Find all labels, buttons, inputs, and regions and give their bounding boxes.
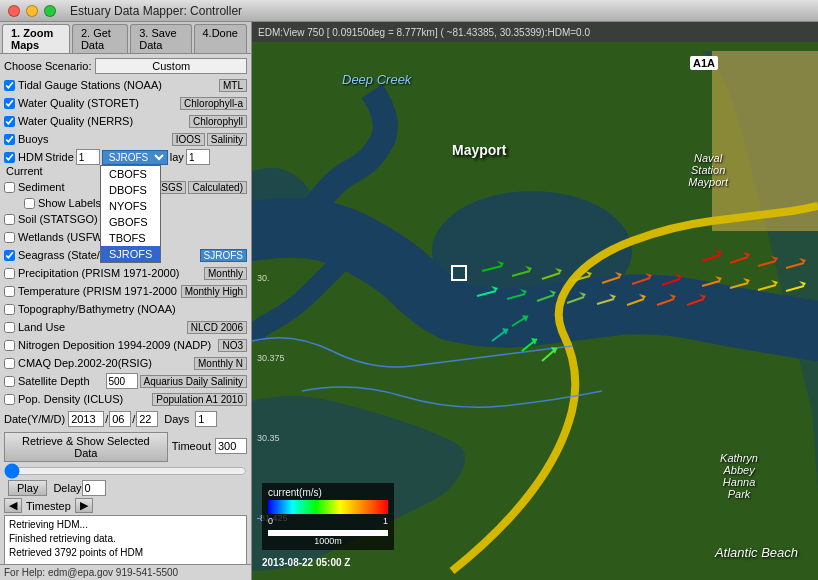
- legend-labels: 0 1: [268, 516, 388, 526]
- date-row: Date(Y/M/D) / / Days: [4, 411, 247, 427]
- days-label: Days: [164, 413, 189, 425]
- tab-bar: 1. Zoom Maps 2. Get Data 3. Save Data 4.…: [0, 22, 251, 54]
- wq-storet-label: Water Quality (STORET): [18, 97, 178, 109]
- hdm-stride-input[interactable]: [76, 149, 100, 165]
- scenario-value: Custom: [95, 58, 247, 74]
- tab-save[interactable]: 3. Save Data: [130, 24, 191, 53]
- nitrogen-checkbox[interactable]: [4, 340, 15, 351]
- temp-row: Temperature (PRISM 1971-2000 Monthly Hig…: [4, 283, 247, 299]
- date-day-input[interactable]: [136, 411, 158, 427]
- cmaq-label: CMAQ Dep.2002-20(RSIG): [18, 357, 192, 369]
- tab-zoom[interactable]: 1. Zoom Maps: [2, 24, 70, 53]
- dropdown-item-nyofs[interactable]: NYOFS: [101, 198, 160, 214]
- legend: current(m/s) 0 1 1000m: [262, 483, 394, 550]
- timeout-label: Timeout: [172, 440, 211, 452]
- topo-label: Topography/Bathymetry (NOAA): [18, 303, 247, 315]
- hdm-checkbox[interactable]: [4, 152, 15, 163]
- timestep-label: Timestep: [26, 500, 71, 512]
- days-input[interactable]: [195, 411, 217, 427]
- hdm-lay-input[interactable]: [186, 149, 210, 165]
- precip-checkbox[interactable]: [4, 268, 15, 279]
- naval-station-label: Naval Station Mayport: [688, 152, 728, 188]
- tidal-gauge-checkbox[interactable]: [4, 80, 15, 91]
- wq-nerrs-checkbox[interactable]: [4, 116, 15, 127]
- wq-nerrs-label: Water Quality (NERRS): [18, 115, 187, 127]
- delay-input[interactable]: [82, 480, 106, 496]
- tab-data[interactable]: 2. Get Data: [72, 24, 128, 53]
- buoys-badge-ioos: IOOS: [172, 133, 205, 146]
- landuse-checkbox[interactable]: [4, 322, 15, 333]
- soil-checkbox[interactable]: [4, 214, 15, 225]
- dropdown-item-gbofs[interactable]: GBOFS: [101, 214, 160, 230]
- timestep-next-button[interactable]: ▶: [75, 498, 93, 513]
- satellite-checkbox[interactable]: [4, 376, 15, 387]
- slider-container: [4, 465, 247, 477]
- sediment-checkbox[interactable]: [4, 182, 15, 193]
- tidal-gauge-row: Tidal Gauge Stations (NOAA) MTL: [4, 77, 247, 93]
- satellite-val-input[interactable]: [106, 373, 138, 389]
- cmaq-badge: Monthly N: [194, 357, 247, 370]
- seagrass-badge: SJROFS: [200, 249, 247, 262]
- wq-storet-checkbox[interactable]: [4, 98, 15, 109]
- tab-done[interactable]: 4.Done: [194, 24, 247, 53]
- title-bar: Estuary Data Mapper: Controller: [0, 0, 818, 22]
- log-line-0: Retrieving HDM...: [9, 518, 242, 532]
- nitrogen-badge: NO3: [218, 339, 247, 352]
- close-button[interactable]: [8, 5, 20, 17]
- wq-nerrs-badge: Chlorophyll: [189, 115, 247, 128]
- tidal-gauge-badge: MTL: [219, 79, 247, 92]
- wetlands-checkbox[interactable]: [4, 232, 15, 243]
- maximize-button[interactable]: [44, 5, 56, 17]
- legend-min: 0: [268, 516, 273, 526]
- minimize-button[interactable]: [26, 5, 38, 17]
- play-button[interactable]: Play: [8, 480, 47, 496]
- cmaq-checkbox[interactable]: [4, 358, 15, 369]
- timestamp: 2013-08-22 05:00 Z: [262, 557, 350, 568]
- hdm-source-select[interactable]: SJROFS: [102, 150, 168, 165]
- dropdown-item-tbofs[interactable]: TBOFS: [101, 230, 160, 246]
- buoys-row: Buoys IOOS Salinity: [4, 131, 247, 147]
- hdm-stride-label: Stride: [45, 151, 74, 163]
- timeout-input[interactable]: [215, 438, 247, 454]
- temp-checkbox[interactable]: [4, 286, 15, 297]
- wq-storet-row: Water Quality (STORET) Chlorophyll-a: [4, 95, 247, 111]
- date-month-input[interactable]: [109, 411, 131, 427]
- mayport-label: Mayport: [452, 142, 506, 158]
- dropdown-item-cbofs[interactable]: CBOFS: [101, 166, 160, 182]
- landuse-row: Land Use NLCD 2006: [4, 319, 247, 335]
- show-labels-checkbox[interactable]: [24, 198, 35, 209]
- playback-row: Play Delay: [4, 480, 247, 496]
- buoys-checkbox[interactable]: [4, 134, 15, 145]
- deep-creek-label: Deep Creek: [342, 72, 411, 87]
- map-toolbar: EDM:View 750 [ 0.09150deg = 8.777km] ( ~…: [252, 22, 818, 42]
- satellite-badge: Aquarius Daily Salinity: [140, 375, 248, 388]
- pop-density-checkbox[interactable]: [4, 394, 15, 405]
- pop-density-row: Pop. Density (ICLUS) Population A1 2010: [4, 391, 247, 407]
- help-text: For Help: edm@epa.gov 919-541-5500: [4, 567, 178, 578]
- buoys-label: Buoys: [18, 133, 170, 145]
- date-year-input[interactable]: [68, 411, 104, 427]
- timestep-prev-button[interactable]: ◀: [4, 498, 22, 513]
- hdm-current-label: Current: [6, 165, 43, 177]
- map-area[interactable]: EDM:View 750 [ 0.09150deg = 8.777km] ( ~…: [252, 22, 818, 580]
- seagrass-checkbox[interactable]: [4, 250, 15, 261]
- wq-nerrs-row: Water Quality (NERRS) Chlorophyll: [4, 113, 247, 129]
- svg-text:30.375: 30.375: [257, 353, 285, 363]
- dropdown-item-dbofs[interactable]: DBOFS: [101, 182, 160, 198]
- precip-label: Precipitation (PRISM 1971-2000): [18, 267, 202, 279]
- retrieve-button[interactable]: Retrieve & Show Selected Data: [4, 432, 168, 462]
- topo-checkbox[interactable]: [4, 304, 15, 315]
- help-bar: For Help: edm@epa.gov 919-541-5500: [0, 564, 251, 580]
- playback-slider[interactable]: [4, 465, 247, 477]
- kathryn-label: Kathryn Abbey Hanna Park: [720, 452, 758, 500]
- temp-label: Temperature (PRISM 1971-2000: [18, 285, 179, 297]
- log-line-1: Finished retrieving data.: [9, 532, 242, 546]
- left-panel: 1. Zoom Maps 2. Get Data 3. Save Data 4.…: [0, 22, 252, 580]
- scenario-row: Choose Scenario: Custom: [4, 58, 247, 74]
- landuse-badge: NLCD 2006: [187, 321, 247, 334]
- retrieve-row: Retrieve & Show Selected Data Timeout: [4, 430, 247, 462]
- svg-text:30.: 30.: [257, 273, 270, 283]
- colorbar: [268, 500, 388, 514]
- log-area: Retrieving HDM... Finished retrieving da…: [4, 515, 247, 564]
- dropdown-item-sjrofs[interactable]: SJROFS: [101, 246, 160, 262]
